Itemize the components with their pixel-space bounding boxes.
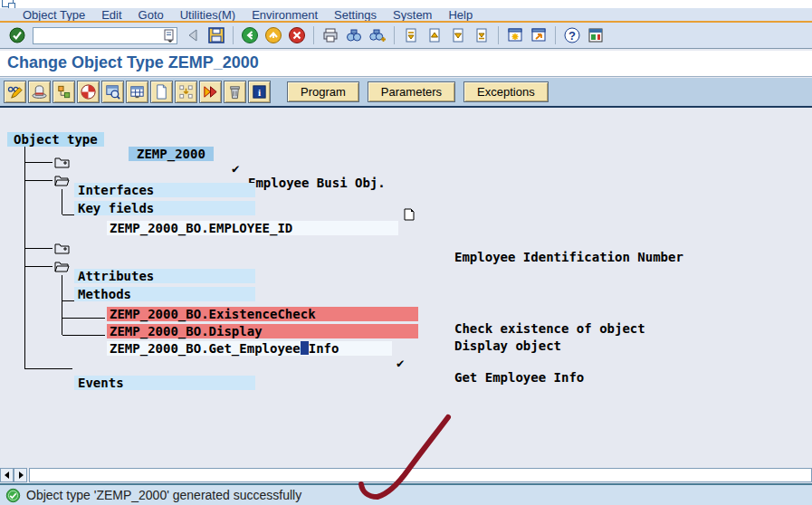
shortcut-icon	[530, 26, 548, 44]
tree-row-key-fields[interactable]: Key fields	[0, 172, 812, 189]
success-check-icon	[5, 488, 21, 503]
menu-environment[interactable]: Environment	[244, 8, 326, 22]
session-window-icon[interactable]	[2, 0, 14, 7]
display-change-icon	[6, 83, 24, 100]
documentation-icon: i	[251, 83, 268, 100]
find-button[interactable]	[343, 24, 365, 46]
cancel-button[interactable]	[286, 24, 308, 46]
generate-button[interactable]	[77, 81, 100, 103]
help-icon: ?	[563, 26, 581, 44]
key-field-name[interactable]: ZEMP_2000_BO.EMPLOYEE_ID	[107, 221, 398, 235]
back-button[interactable]	[239, 24, 261, 46]
scroll-right-icon	[17, 472, 24, 479]
menu-object-type[interactable]: Object Type	[14, 8, 93, 22]
object-type-label: Object type	[7, 132, 104, 147]
scroll-left-icon	[4, 472, 11, 479]
back-icon	[241, 26, 259, 44]
menu-settings[interactable]: Settings	[326, 8, 385, 22]
scroll-left-button[interactable]	[0, 468, 14, 482]
toolbar-separator	[394, 26, 395, 44]
collapse-toolbar-button[interactable]	[182, 24, 204, 46]
tree-row-object-type[interactable]: Object type ZEMP_2000 ✔ Employee Busi Ob…	[0, 118, 812, 135]
generate-icon	[80, 83, 97, 100]
print-button[interactable]	[320, 24, 341, 46]
previous-page-icon	[425, 26, 444, 44]
open-folder-icon[interactable]	[54, 174, 70, 186]
menu-system[interactable]: System	[385, 8, 440, 22]
toolbar-separator	[233, 26, 234, 44]
parameters-button[interactable]: Parameters	[368, 81, 455, 102]
menu-help[interactable]: Help	[440, 8, 481, 22]
exceptions-button[interactable]: Exceptions	[463, 81, 549, 102]
object-tree: Object type ZEMP_2000 ✔ Employee Busi Ob…	[0, 108, 812, 468]
first-page-button[interactable]	[400, 24, 422, 46]
previous-page-button[interactable]	[424, 24, 445, 46]
display-object-icon	[104, 83, 121, 100]
where-used-icon	[177, 83, 195, 100]
new-session-button[interactable]	[504, 24, 526, 46]
title-area: Change Object Type ZEMP_2000	[0, 51, 812, 77]
open-folder-icon[interactable]	[54, 260, 70, 272]
data-element-icon	[404, 208, 415, 221]
program-button[interactable]: Program	[287, 81, 359, 102]
folder-label: Events	[74, 376, 255, 390]
command-field[interactable]	[33, 27, 177, 44]
new-session-icon	[506, 26, 524, 44]
find-next-button[interactable]	[367, 24, 388, 46]
save-icon	[207, 26, 225, 44]
create-shortcut-button[interactable]	[528, 24, 549, 46]
customize-layout-button[interactable]	[585, 24, 607, 46]
customize-icon	[587, 26, 605, 44]
table-view-icon	[129, 83, 146, 100]
next-page-button[interactable]	[447, 24, 469, 46]
tree-row-interfaces[interactable]: Interfaces	[0, 154, 812, 171]
enter-button[interactable]	[6, 24, 28, 46]
toolbar-separator	[313, 26, 314, 44]
tree-row-key-field-employee-id[interactable]: ZEMP_2000_BO.EMPLOYEE_ID Employee Identi…	[0, 206, 812, 224]
closed-folder-icon[interactable]	[54, 242, 70, 254]
tree-row-method-get-employee-info[interactable]: ZEMP_2000_BO.Get_EmployeeInfo ✔ Get Empl…	[0, 327, 812, 344]
delete-button[interactable]	[224, 81, 246, 103]
create-button[interactable]	[150, 81, 173, 103]
tree-row-events[interactable]: Events	[0, 361, 812, 378]
tree-row-method-display[interactable]: ZEMP_2000_BO.Display Display object	[0, 310, 812, 327]
where-used-button[interactable]	[175, 81, 197, 103]
closed-folder-icon[interactable]	[54, 156, 70, 168]
test-button[interactable]	[28, 81, 51, 103]
help-button[interactable]: ?	[561, 24, 583, 46]
program-structure-icon	[55, 83, 72, 100]
next-page-icon	[449, 26, 467, 44]
test-icon	[31, 83, 48, 100]
display-object-button[interactable]	[101, 81, 124, 103]
tree-row-attributes[interactable]: Attributes	[0, 240, 812, 257]
status-message: Object type 'ZEMP_2000' generated succes…	[26, 488, 301, 502]
display-change-button[interactable]	[4, 81, 26, 103]
delete-icon	[226, 83, 244, 100]
scroll-right-button[interactable]	[14, 468, 27, 482]
cancel-icon	[288, 26, 306, 44]
application-toolbar: i Program Parameters Exceptions	[0, 78, 812, 106]
command-history-icon[interactable]	[163, 29, 176, 43]
execute-button[interactable]	[199, 81, 222, 103]
menu-edit[interactable]: Edit	[93, 8, 129, 22]
scrollbar-track[interactable]	[29, 468, 812, 482]
collapse-icon	[187, 29, 198, 42]
svg-text:?: ?	[568, 29, 576, 43]
enter-icon	[8, 26, 26, 44]
program-structure-button[interactable]	[53, 81, 75, 103]
first-page-icon	[402, 26, 420, 44]
tree-row-method-existencecheck[interactable]: ZEMP_2000_BO.ExistenceCheck Check existe…	[0, 292, 812, 310]
exit-button[interactable]	[263, 24, 284, 46]
menu-goto[interactable]: Goto	[130, 8, 172, 22]
menu-bar: Object Type Edit Goto Utilities(M) Envir…	[0, 8, 812, 21]
tree-row-methods[interactable]: Methods	[0, 258, 812, 275]
documentation-button[interactable]: i	[248, 81, 271, 103]
table-view-button[interactable]	[126, 81, 148, 103]
save-button[interactable]	[205, 24, 227, 46]
last-page-button[interactable]	[471, 24, 492, 46]
toolbar-separator	[555, 26, 556, 44]
menu-utilities[interactable]: Utilities(M)	[172, 8, 244, 22]
exit-icon	[264, 26, 282, 44]
find-icon	[345, 26, 363, 44]
method-name-selected[interactable]: ZEMP_2000_BO.Get_EmployeeInfo	[107, 341, 392, 356]
